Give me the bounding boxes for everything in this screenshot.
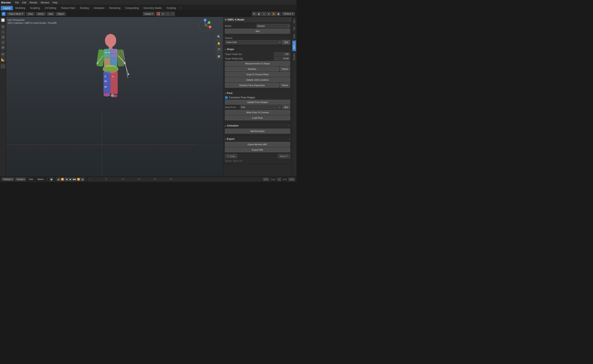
camera-icon[interactable]: 🎬 xyxy=(216,47,222,52)
write-pose-button[interactable]: Write Pose To Console xyxy=(225,110,290,115)
snap-icon[interactable]: ~ xyxy=(170,12,175,16)
viewport-shade-2[interactable]: ◐ xyxy=(257,12,261,16)
undo-button[interactable]: ↺ Undo xyxy=(225,154,237,158)
rotate-tool[interactable]: ↺ xyxy=(1,35,6,40)
menu-help[interactable]: Help xyxy=(51,1,59,4)
scale-tool[interactable]: ⤢ xyxy=(1,40,6,45)
next-keyframe-button[interactable]: ⏩ xyxy=(77,178,80,181)
shape-section-header[interactable]: Shape xyxy=(225,47,290,52)
timeline-view-menu[interactable]: View xyxy=(27,178,35,181)
skip-end-button[interactable]: ⏭ xyxy=(81,178,84,181)
export-options-icon[interactable]: ⋯ xyxy=(288,137,290,140)
global-dropdown[interactable]: Global ▾ xyxy=(143,12,155,16)
viewport[interactable]: User Perspective (507) Collection | SMPL… xyxy=(6,17,223,176)
export-alembic-button[interactable]: Export Alembic ABC xyxy=(225,142,290,147)
prev-keyframe-button[interactable]: ⏪ xyxy=(61,178,64,181)
menu-render[interactable]: Render xyxy=(28,1,39,4)
export-fbx-button[interactable]: Export FBX xyxy=(225,147,290,152)
hand-pose-set-button[interactable]: Set xyxy=(282,105,290,109)
viewport-shade-3[interactable]: ⬡ xyxy=(262,12,266,16)
far-tab-rokoko[interactable]: Rokoko xyxy=(292,52,296,62)
tab-sculpting[interactable]: Sculpting xyxy=(27,6,42,10)
panel-options-icon[interactable]: ⋯ xyxy=(287,18,290,21)
transform-tool[interactable]: ⟳ xyxy=(1,45,6,50)
measurements-to-shape-button[interactable]: Measurements To Shape xyxy=(225,61,290,66)
add-workspace-tab[interactable]: + xyxy=(178,6,183,10)
record-button[interactable]: ⏺ xyxy=(50,178,53,181)
keying-dropdown[interactable]: Keying ▾ xyxy=(15,178,26,181)
update-pose-shapes-button[interactable]: Update Pose Shapes xyxy=(225,100,290,104)
random-face-button[interactable]: Random Face Expression xyxy=(225,83,279,88)
update-joints-button[interactable]: Update Joint Locations xyxy=(225,78,290,82)
tab-compositing[interactable]: Compositing xyxy=(123,6,141,10)
select-dropdown[interactable]: Select xyxy=(36,12,46,16)
pan-icon[interactable]: ✋ xyxy=(216,40,222,46)
object-dropdown[interactable]: Object xyxy=(56,12,66,16)
corrective-pose-checkbox[interactable]: ✓ xyxy=(225,96,228,99)
add-button[interactable]: Add xyxy=(225,29,290,34)
smplx-panel-header[interactable]: ▾ SMPL-X Model ⋯ xyxy=(223,17,292,23)
measure-tool[interactable]: 📐 xyxy=(1,57,6,62)
far-tab-item[interactable]: Item xyxy=(292,18,296,25)
far-tab-smplx[interactable]: SMPL-X xyxy=(292,40,296,51)
tab-rendering[interactable]: Rendering xyxy=(107,6,123,10)
viewport-gizmo[interactable]: Z Y X xyxy=(198,19,212,32)
menu-window[interactable]: Window xyxy=(39,1,51,4)
skip-start-button[interactable]: ⏮ xyxy=(57,178,60,181)
pose-section-header[interactable]: Pose xyxy=(225,91,290,95)
proportional-icon[interactable]: ⊙ xyxy=(161,12,165,16)
model-dropdown[interactable]: Neutral xyxy=(256,24,290,28)
prev-frame-button[interactable]: ◀ xyxy=(65,178,68,181)
magnet-icon[interactable]: 🧲 xyxy=(156,12,160,16)
hand-pose-dropdown[interactable]: Flat xyxy=(240,105,281,109)
mode-dropdown[interactable]: Object Mode ▾ xyxy=(7,12,25,16)
annotate-tool[interactable]: ✏ xyxy=(1,52,6,57)
end-value-display[interactable]: 508 xyxy=(289,178,295,181)
options-dropdown[interactable]: Options ▾ xyxy=(282,12,295,16)
select-box-tool[interactable]: ⬜ xyxy=(1,18,6,23)
transform-icon[interactable]: ↔ xyxy=(166,12,170,16)
height-value[interactable]: 1.85 xyxy=(274,52,290,56)
weight-value[interactable]: 70.00 xyxy=(274,57,290,60)
viewport-shade-4[interactable]: ● xyxy=(266,12,271,16)
play-button[interactable]: ▶ xyxy=(69,178,72,181)
reset-face-button[interactable]: Reset xyxy=(280,83,290,88)
tab-geometry-nodes[interactable]: Geometry Nodes xyxy=(141,6,164,10)
reset-shape-button[interactable]: Reset xyxy=(280,67,290,72)
tab-modeling[interactable]: Modeling xyxy=(13,6,27,10)
view-menu-icon[interactable]: ⊞ xyxy=(2,12,6,16)
cursor-tool[interactable]: ✛ xyxy=(1,24,6,29)
load-pose-button[interactable]: Load Pose xyxy=(225,115,290,120)
tab-uv-editing[interactable]: UV Editing xyxy=(42,6,59,10)
export-section-header[interactable]: Export ⋯ xyxy=(225,137,290,141)
add-cube-tool[interactable]: ⬛ xyxy=(1,64,6,69)
current-frame-display[interactable]: 507 xyxy=(263,178,269,181)
timeline-marker-menu[interactable]: Marker xyxy=(36,178,45,181)
random-button[interactable]: Random xyxy=(225,67,279,72)
timeline-ruler[interactable]: 0 50 100 150 200 250 xyxy=(89,177,262,181)
far-tab-tool[interactable]: Tool xyxy=(292,25,296,32)
start-value-display[interactable]: 1 xyxy=(277,178,281,181)
add-dropdown[interactable]: Add xyxy=(47,12,54,16)
tab-shading[interactable]: Shading xyxy=(78,6,91,10)
move-tool[interactable]: ↔ xyxy=(1,30,6,34)
animation-options-icon[interactable]: ⋯ xyxy=(288,124,290,127)
texture-dropdown[interactable]: Color Grid xyxy=(225,40,282,44)
view-dropdown[interactable]: View xyxy=(26,12,35,16)
viewport-shade-6[interactable]: ◉ xyxy=(276,12,281,16)
viewport-shade-5[interactable]: 🔆 xyxy=(271,12,276,16)
tab-texture-paint[interactable]: Texture Paint xyxy=(59,6,78,10)
next-frame-button[interactable]: ▶▶ xyxy=(73,178,76,181)
tab-scripting[interactable]: Scripting xyxy=(164,6,178,10)
playback-dropdown[interactable]: Playback ▾ xyxy=(2,178,14,181)
grid-icon[interactable]: ▦ xyxy=(216,53,222,59)
add-animation-button[interactable]: Add Animation xyxy=(225,129,290,134)
viewport-shade-1[interactable]: 👁 xyxy=(252,12,256,16)
redo-button[interactable]: Redo ↻ xyxy=(278,154,290,158)
texture-set-button[interactable]: Set xyxy=(282,40,290,45)
snap-to-ground-button[interactable]: Snap To Ground Plane xyxy=(225,72,290,77)
menu-file[interactable]: File xyxy=(13,1,20,4)
far-tab-view[interactable]: View xyxy=(292,32,296,40)
tab-layout[interactable]: Layout xyxy=(1,6,13,10)
menu-edit[interactable]: Edit xyxy=(20,1,28,4)
